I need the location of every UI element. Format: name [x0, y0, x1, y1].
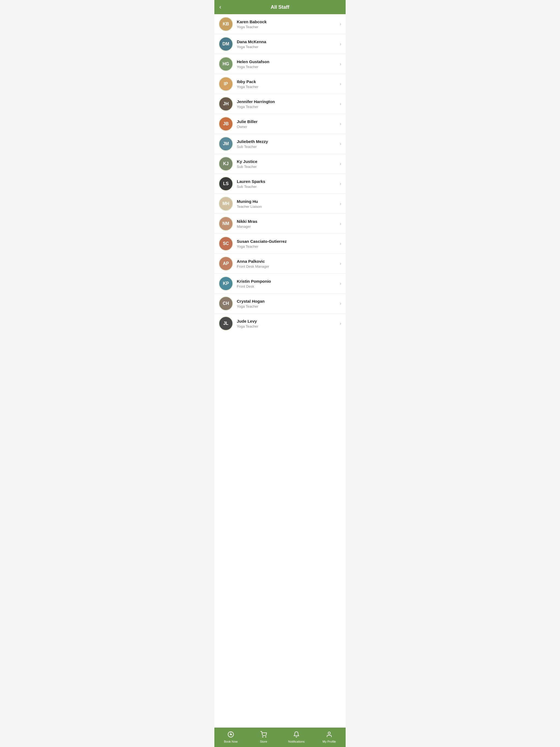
chevron-right-icon: ›: [340, 221, 341, 226]
staff-list-item[interactable]: KP Kristin Pomponio Front Desk ›: [214, 274, 346, 294]
chevron-right-icon: ›: [340, 261, 341, 266]
nav-my-profile-label: My Profile: [323, 740, 336, 743]
chevron-right-icon: ›: [340, 181, 341, 186]
staff-name: Julie Biller: [237, 119, 338, 124]
staff-list-item[interactable]: JH Jennifer Harrington Yoga Teacher ›: [214, 94, 346, 114]
staff-name: Helen Gustafson: [237, 59, 338, 65]
staff-info: Helen Gustafson Yoga Teacher: [237, 59, 338, 69]
staff-list-item[interactable]: IP Ibby Pack Yoga Teacher ›: [214, 74, 346, 94]
nav-my-profile[interactable]: My Profile: [313, 730, 346, 744]
staff-list-item[interactable]: SC Susan Casciato-Gutierrez Yoga Teacher…: [214, 234, 346, 254]
chevron-right-icon: ›: [340, 22, 341, 27]
staff-name: Nikki Mras: [237, 219, 338, 224]
staff-avatar: KJ: [219, 157, 233, 171]
staff-avatar: AP: [219, 256, 233, 271]
staff-info: Kristin Pomponio Front Desk: [237, 279, 338, 289]
staff-avatar: LS: [219, 177, 233, 191]
staff-info: Ibby Pack Yoga Teacher: [237, 79, 338, 89]
staff-role: Yoga Teacher: [237, 324, 338, 328]
chevron-right-icon: ›: [340, 201, 341, 206]
staff-list-item[interactable]: LS Lauren Sparks Sub Teacher ›: [214, 174, 346, 194]
staff-list-item[interactable]: NM Nikki Mras Manager ›: [214, 214, 346, 234]
staff-role: Front Desk: [237, 284, 338, 288]
staff-info: Jennifer Harrington Yoga Teacher: [237, 99, 338, 109]
chevron-right-icon: ›: [340, 301, 341, 306]
staff-role: Yoga Teacher: [237, 304, 338, 308]
staff-avatar: JL: [219, 316, 233, 331]
staff-list-item[interactable]: JB Julie Biller Owner ›: [214, 114, 346, 134]
staff-info: Ky Justice Sub Teacher: [237, 159, 338, 169]
staff-list-item[interactable]: JL Jude Levy Yoga Teacher ›: [214, 314, 346, 333]
staff-info: Juliebeth Mezzy Sub Teacher: [237, 139, 338, 149]
staff-role: Sub Teacher: [237, 145, 338, 149]
staff-avatar: IP: [219, 77, 233, 91]
staff-info: Anna Palkovic Front Desk Manager: [237, 259, 338, 269]
staff-avatar: KP: [219, 277, 233, 291]
staff-list-item[interactable]: DM Dana McKenna Yoga Teacher ›: [214, 34, 346, 54]
staff-name: Juliebeth Mezzy: [237, 139, 338, 145]
chevron-right-icon: ›: [340, 241, 341, 246]
staff-avatar: CH: [219, 297, 233, 311]
staff-name: Jude Levy: [237, 318, 338, 324]
chevron-right-icon: ›: [340, 101, 341, 106]
staff-info: Dana McKenna Yoga Teacher: [237, 39, 338, 49]
staff-role: Sub Teacher: [237, 164, 338, 169]
staff-list-item[interactable]: KJ Ky Justice Sub Teacher ›: [214, 154, 346, 174]
my-profile-icon: [326, 731, 332, 739]
staff-role: Yoga Teacher: [237, 65, 338, 69]
staff-name: Ibby Pack: [237, 79, 338, 84]
staff-avatar: JM: [219, 137, 233, 151]
staff-list: KB Karen Babcock Yoga Teacher › DM Dana …: [214, 14, 346, 728]
staff-name: Muning Hu: [237, 199, 338, 204]
staff-info: Lauren Sparks Sub Teacher: [237, 179, 338, 189]
app-header: ‹ All Staff: [214, 0, 346, 14]
bottom-navigation: Book Now Store Notifications My Pro: [214, 728, 346, 747]
staff-avatar: JB: [219, 117, 233, 131]
chevron-right-icon: ›: [340, 321, 341, 326]
staff-name: Anna Palkovic: [237, 259, 338, 264]
staff-role: Sub Teacher: [237, 185, 338, 189]
staff-info: Nikki Mras Manager: [237, 219, 338, 229]
staff-info: Muning Hu Teacher Liaison: [237, 199, 338, 209]
staff-avatar: DM: [219, 37, 233, 51]
staff-role: Yoga Teacher: [237, 244, 338, 249]
staff-avatar: HG: [219, 57, 233, 71]
back-button[interactable]: ‹: [218, 2, 222, 12]
staff-list-item[interactable]: MH Muning Hu Teacher Liaison ›: [214, 194, 346, 214]
staff-info: Jude Levy Yoga Teacher: [237, 318, 338, 329]
nav-store-label: Store: [260, 740, 267, 743]
staff-role: Owner: [237, 125, 338, 129]
nav-store[interactable]: Store: [247, 730, 280, 744]
page-title: All Staff: [271, 4, 289, 10]
nav-book-now[interactable]: Book Now: [214, 730, 247, 744]
svg-point-3: [328, 732, 330, 734]
staff-list-item[interactable]: HG Helen Gustafson Yoga Teacher ›: [214, 54, 346, 74]
staff-list-item[interactable]: AP Anna Palkovic Front Desk Manager ›: [214, 254, 346, 274]
chevron-right-icon: ›: [340, 161, 341, 166]
staff-avatar: KB: [219, 17, 233, 31]
chevron-right-icon: ›: [340, 121, 341, 126]
staff-name: Dana McKenna: [237, 39, 338, 45]
notifications-icon: [293, 731, 300, 739]
chevron-right-icon: ›: [340, 61, 341, 67]
chevron-right-icon: ›: [340, 281, 341, 286]
staff-role: Yoga Teacher: [237, 85, 338, 89]
nav-notifications[interactable]: Notifications: [280, 730, 313, 744]
staff-name: Lauren Sparks: [237, 179, 338, 184]
staff-name: Kristin Pomponio: [237, 279, 338, 284]
staff-name: Crystal Hogan: [237, 299, 338, 304]
staff-list-item[interactable]: KB Karen Babcock Yoga Teacher ›: [214, 14, 346, 34]
staff-list-item[interactable]: CH Crystal Hogan Yoga Teacher ›: [214, 294, 346, 314]
staff-info: Julie Biller Owner: [237, 119, 338, 129]
staff-role: Yoga Teacher: [237, 45, 338, 49]
chevron-right-icon: ›: [340, 81, 341, 86]
staff-name: Karen Babcock: [237, 19, 338, 25]
nav-book-now-label: Book Now: [224, 740, 238, 743]
staff-info: Susan Casciato-Gutierrez Yoga Teacher: [237, 239, 338, 249]
staff-name: Jennifer Harrington: [237, 99, 338, 104]
staff-role: Front Desk Manager: [237, 264, 338, 268]
staff-role: Teacher Liaison: [237, 205, 338, 209]
staff-list-item[interactable]: JM Juliebeth Mezzy Sub Teacher ›: [214, 134, 346, 154]
store-icon: [260, 731, 267, 739]
chevron-right-icon: ›: [340, 42, 341, 47]
